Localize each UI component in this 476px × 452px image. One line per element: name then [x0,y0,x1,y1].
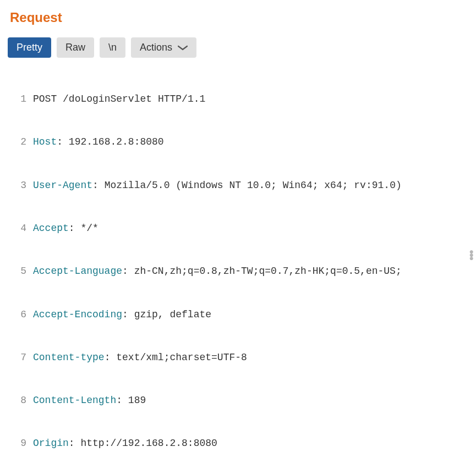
code-editor[interactable]: 1POST /doLoginServlet HTTP/1.1 2Host: 19… [8,63,468,452]
header-name: Accept-Encoding [33,309,122,320]
overflow-dots-icon[interactable]: ●●● [469,250,474,260]
header-name: Content-Length [33,395,116,406]
header-value: 189 [128,395,146,406]
header-name: Content-type [33,352,105,363]
http-path: /doLoginServlet [63,93,152,104]
header-value: text/xml;charset=UTF-8 [116,352,247,363]
tab-actions[interactable]: Actions [131,37,196,58]
gutter: 1 [8,92,31,106]
header-value: 192.168.2.8:8080 [69,136,164,147]
header-name: Host [33,136,57,147]
header-value: http://192.168.2.8:8080 [80,438,217,449]
header-name: Accept [33,223,69,234]
header-value: zh-CN,zh;q=0.8,zh-TW;q=0.7,zh-HK;q=0.5,e… [134,266,402,277]
tab-raw[interactable]: Raw [57,37,94,58]
header-name: User-Agent [33,180,92,191]
request-panel: Request Pretty Raw \n Actions 1POST /doL… [0,0,476,452]
header-name: Origin [33,438,69,449]
header-value: */* [80,223,98,234]
panel-title: Request [10,10,468,25]
view-tabs: Pretty Raw \n Actions [8,37,468,58]
http-version: HTTP/1.1 [158,93,205,104]
tab-newline[interactable]: \n [100,37,125,58]
tab-actions-label: Actions [140,42,172,53]
header-value: gzip, deflate [134,309,211,320]
header-value: Mozilla/5.0 (Windows NT 10.0; Win64; x64… [105,180,402,191]
http-method: POST [33,93,57,104]
chevron-down-icon [178,45,188,51]
tab-pretty[interactable]: Pretty [8,37,51,58]
header-name: Accept-Language [33,266,122,277]
